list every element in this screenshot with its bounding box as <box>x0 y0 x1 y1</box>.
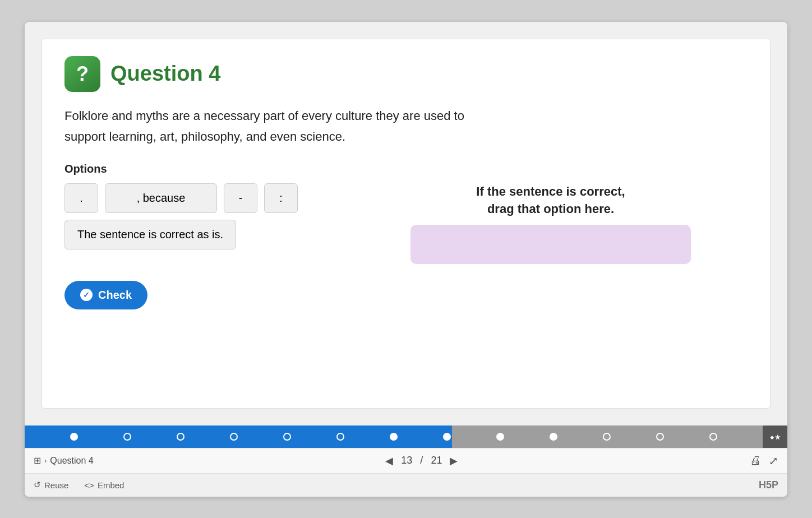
question-icon: ? <box>64 56 100 92</box>
breadcrumb-text: Question 4 <box>50 456 93 466</box>
drag-option-period[interactable]: . <box>64 183 98 213</box>
options-row-1: . , because - : <box>64 183 298 213</box>
page-separator: / <box>420 455 423 466</box>
drag-option-dash[interactable]: - <box>224 183 257 213</box>
drag-option-because[interactable]: , because <box>105 183 217 213</box>
progress-dot-6 <box>336 433 344 441</box>
embed-icon: <> <box>84 480 94 490</box>
breadcrumb-arrow: › <box>44 456 47 465</box>
progress-bar: ⬥★ <box>25 425 787 448</box>
progress-dot-2 <box>123 433 131 441</box>
progress-dot-10 <box>550 433 557 441</box>
progress-dot-5 <box>283 433 291 441</box>
prev-page-button[interactable]: ◀ <box>385 455 393 467</box>
fullscreen-button[interactable]: ⤢ <box>769 454 778 468</box>
question-title: Question 4 <box>110 62 220 86</box>
progress-dot-11 <box>603 433 611 441</box>
question-icon-symbol: ? <box>76 64 89 84</box>
reuse-icon: ↺ <box>34 480 41 490</box>
options-column: . , because - : The sentence is correct … <box>64 183 298 249</box>
footer-actions: 🖨 ⤢ <box>750 454 778 468</box>
content-area: ? Question 4 Folklore and myths are a ne… <box>41 39 771 409</box>
bottom-left: ↺ Reuse <> Embed <box>34 480 124 490</box>
check-icon <box>80 289 93 301</box>
drag-option-colon[interactable]: : <box>264 183 298 213</box>
drop-zone-area: If the sentence is correct, drag that op… <box>354 183 748 264</box>
progress-dot-3 <box>177 433 184 441</box>
footer-pagination: ◀ 13 / 21 ▶ <box>385 455 458 467</box>
next-page-button[interactable]: ▶ <box>450 455 458 467</box>
h5p-logo: H5P <box>759 479 778 491</box>
reuse-label: Reuse <box>44 480 68 490</box>
footer-breadcrumb: ⊞ › Question 4 <box>34 455 94 466</box>
progress-dot-7 <box>390 433 398 441</box>
progress-dot-12 <box>656 433 664 441</box>
breadcrumb-icon: ⊞ <box>34 455 41 466</box>
embed-label: Embed <box>98 480 124 490</box>
check-button-label: Check <box>98 289 132 302</box>
progress-dot-8 <box>443 433 451 441</box>
drop-zone[interactable] <box>410 225 691 264</box>
reuse-button[interactable]: ↺ Reuse <box>34 480 68 490</box>
drop-zone-label: If the sentence is correct, drag that op… <box>476 183 625 218</box>
check-button[interactable]: Check <box>64 281 147 309</box>
star-icon: ⬥★ <box>769 432 781 442</box>
embed-button[interactable]: <> Embed <box>84 480 124 490</box>
progress-dots <box>25 425 763 448</box>
options-row-2: The sentence is correct as is. <box>64 220 298 249</box>
main-frame: ? Question 4 Folklore and myths are a ne… <box>25 22 787 497</box>
page-total: 21 <box>431 455 442 466</box>
print-button[interactable]: 🖨 <box>750 454 761 467</box>
bottom-bar: ↺ Reuse <> Embed H5P <box>25 473 787 497</box>
drag-option-correct[interactable]: The sentence is correct as is. <box>64 220 236 249</box>
star-button[interactable]: ⬥★ <box>763 425 787 448</box>
progress-dot-1 <box>70 433 78 441</box>
progress-dot-9 <box>496 433 504 441</box>
progress-dot-4 <box>230 433 238 441</box>
question-text: Folklore and myths are a necessary part … <box>64 105 748 147</box>
page-current: 13 <box>401 455 412 466</box>
options-label: Options <box>64 163 748 175</box>
drag-area: . , because - : The sentence is correct … <box>64 183 748 264</box>
footer-nav: ⊞ › Question 4 ◀ 13 / 21 ▶ 🖨 ⤢ <box>25 448 787 473</box>
progress-dot-13 <box>709 433 717 441</box>
question-header: ? Question 4 <box>64 56 748 92</box>
